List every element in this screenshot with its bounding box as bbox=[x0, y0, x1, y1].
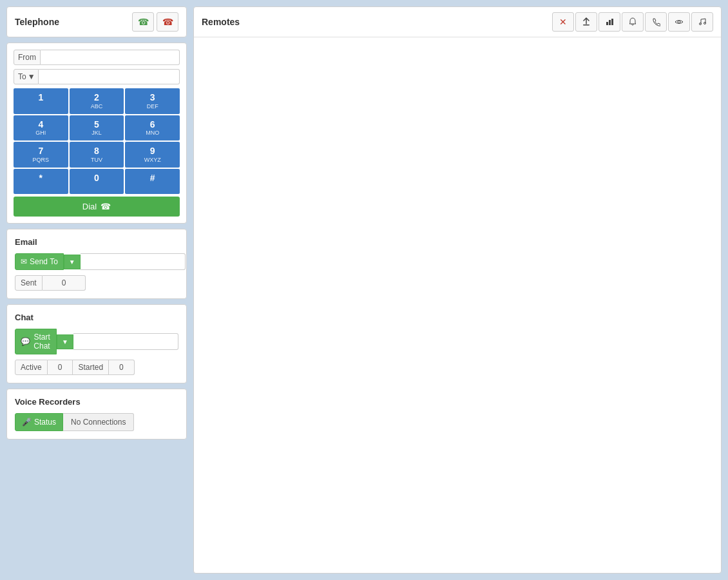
sent-value: 0 bbox=[43, 275, 86, 291]
dial-key-6[interactable]: 6MNO bbox=[125, 115, 180, 141]
remotes-phone-button[interactable] bbox=[645, 12, 667, 32]
dial-key-star[interactable]: * bbox=[14, 169, 68, 195]
to-input[interactable] bbox=[39, 69, 180, 84]
remotes-bell-button[interactable] bbox=[622, 12, 644, 32]
email-input[interactable] bbox=[81, 253, 186, 270]
active-label: Active bbox=[15, 360, 48, 375]
chat-stats: Active 0 Started 0 bbox=[15, 360, 178, 375]
chat-title: Chat bbox=[15, 313, 178, 322]
telephone-call-button[interactable]: ☎ bbox=[132, 12, 154, 32]
telephone-hangup-button[interactable]: ☎ bbox=[157, 12, 178, 32]
dialpad: 1 2ABC 3DEF 4GHI 5JKL 6MNO 7PQRS 8TUV 9W… bbox=[14, 88, 180, 194]
dial-key-5[interactable]: 5JKL bbox=[70, 115, 124, 141]
telephone-action-buttons: ☎ ☎ bbox=[132, 12, 178, 32]
remotes-toolbar: ✕ bbox=[552, 12, 713, 32]
remotes-header: Remotes ✕ bbox=[194, 7, 721, 37]
voice-recorders-section: Voice Recorders 🎤 Status No Connections bbox=[6, 389, 187, 440]
active-value: 0 bbox=[48, 360, 73, 375]
dial-key-2[interactable]: 2ABC bbox=[70, 88, 124, 114]
dial-key-9[interactable]: 9WXYZ bbox=[125, 142, 180, 168]
svg-rect-1 bbox=[606, 22, 608, 25]
voice-recorders-title: Voice Recorders bbox=[15, 397, 178, 407]
dial-key-4[interactable]: 4GHI bbox=[14, 115, 68, 141]
to-label: To ▼ bbox=[14, 69, 39, 84]
from-input[interactable] bbox=[41, 50, 180, 65]
send-to-button[interactable]: ✉ Send To bbox=[15, 253, 64, 270]
email-section: Email ✉ Send To ▼ Sent 0 bbox=[6, 229, 187, 299]
chat-bubble-icon: 💬 bbox=[21, 337, 30, 346]
from-row: From bbox=[14, 50, 180, 65]
envelope-icon: ✉ bbox=[21, 257, 27, 266]
to-row: To ▼ bbox=[14, 69, 180, 84]
telephone-title: Telephone bbox=[15, 17, 59, 27]
dial-key-3[interactable]: 3DEF bbox=[125, 88, 180, 114]
svg-point-4 bbox=[678, 21, 680, 23]
svg-rect-2 bbox=[609, 20, 611, 25]
start-chat-button[interactable]: 💬 Start Chat bbox=[15, 329, 57, 354]
status-label: Status bbox=[34, 418, 56, 427]
send-to-label: Send To bbox=[30, 257, 58, 266]
send-to-dropdown[interactable]: ▼ bbox=[64, 255, 81, 269]
svg-point-5 bbox=[700, 23, 702, 25]
dial-key-0[interactable]: 0 bbox=[70, 169, 124, 195]
dial-label: Dial bbox=[82, 202, 97, 211]
dial-key-hash[interactable]: # bbox=[125, 169, 180, 195]
send-to-row: ✉ Send To ▼ bbox=[15, 253, 178, 270]
start-chat-row: 💬 Start Chat ▼ bbox=[15, 329, 178, 354]
dial-phone-icon: ☎ bbox=[101, 202, 111, 211]
remotes-chart-button[interactable] bbox=[599, 12, 620, 32]
started-label: Started bbox=[73, 360, 109, 375]
svg-rect-3 bbox=[611, 19, 613, 25]
dial-button[interactable]: Dial ☎ bbox=[14, 197, 180, 217]
dial-key-1[interactable]: 1 bbox=[14, 88, 68, 114]
chat-dropdown-button[interactable]: ▼ bbox=[57, 334, 73, 349]
remotes-upload-button[interactable] bbox=[575, 12, 597, 32]
telephone-section-header: Telephone ☎ ☎ bbox=[6, 6, 187, 37]
no-connections-label: No Connections bbox=[63, 413, 134, 431]
telephone-body: From To ▼ 1 2ABC 3DEF 4GHI 5JKL 6MNO 7PQ… bbox=[6, 43, 187, 224]
remotes-eye-button[interactable] bbox=[668, 12, 690, 32]
from-label: From bbox=[14, 50, 41, 65]
remotes-close-button[interactable]: ✕ bbox=[552, 12, 574, 32]
remotes-section: Remotes ✕ bbox=[193, 6, 722, 574]
voice-status-row: 🎤 Status No Connections bbox=[15, 413, 178, 431]
chat-input[interactable] bbox=[73, 333, 178, 350]
remotes-content bbox=[194, 37, 721, 76]
sent-row: Sent 0 bbox=[15, 275, 178, 291]
sent-label: Sent bbox=[15, 275, 43, 291]
dial-key-7[interactable]: 7PQRS bbox=[14, 142, 68, 168]
start-chat-label: Start Chat bbox=[33, 333, 51, 351]
svg-rect-0 bbox=[583, 24, 589, 26]
status-button[interactable]: 🎤 Status bbox=[15, 413, 63, 431]
svg-point-6 bbox=[704, 23, 706, 24]
email-title: Email bbox=[15, 237, 178, 247]
started-value: 0 bbox=[109, 360, 135, 375]
dial-key-8[interactable]: 8TUV bbox=[70, 142, 124, 168]
to-dropdown-arrow[interactable]: ▼ bbox=[28, 72, 35, 81]
microphone-icon: 🎤 bbox=[22, 418, 32, 427]
remotes-title: Remotes bbox=[202, 17, 240, 27]
chat-section: Chat 💬 Start Chat ▼ Active 0 Started 0 bbox=[6, 304, 187, 383]
remotes-music-button[interactable] bbox=[691, 12, 713, 32]
